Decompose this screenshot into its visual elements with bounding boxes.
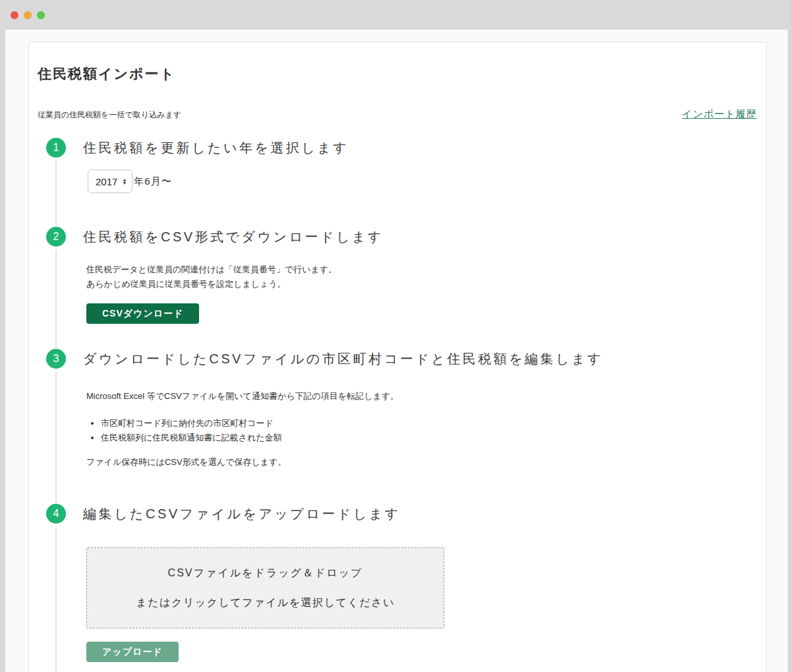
step-3-rail: 3 <box>46 349 66 504</box>
year-select-value: 2017 <box>96 176 117 187</box>
step-4-upload-csv: 4 編集したCSVファイルをアップロードします CSVファイルをドラッグ＆ドロッ… <box>38 504 759 672</box>
step-2-rail: 2 <box>46 227 66 349</box>
step-connector-line <box>55 372 57 504</box>
step-1-body: 住民税額を更新したい年を選択します 2017 ▲ ▼ 年6月〜 <box>83 138 759 227</box>
subhead-row: 従業員の住民税額を一括で取り込みます インポート履歴 <box>38 108 759 121</box>
select-stepper-icon: ▲ ▼ <box>122 178 127 185</box>
step-1-select-year: 1 住民税額を更新したい年を選択します 2017 ▲ ▼ 年6月〜 <box>38 138 759 227</box>
step-4-number-badge: 4 <box>46 504 66 524</box>
step-3-body: ダウンロードしたCSVファイルの市区町村コードと住民税額を編集します Micro… <box>83 349 759 504</box>
step-1-rail: 1 <box>46 138 66 227</box>
year-suffix-label: 年6月〜 <box>134 175 171 188</box>
step-3-heading: ダウンロードしたCSVファイルの市区町村コードと住民税額を編集します <box>83 351 759 366</box>
step-3-bullet-list: 市区町村コード列に納付先の市区町村コード 住民税額列に住民税額通知書に記載された… <box>86 416 759 445</box>
step-1-heading: 住民税額を更新したい年を選択します <box>83 140 759 155</box>
step-connector-line <box>55 250 57 349</box>
year-select[interactable]: 2017 ▲ ▼ <box>88 169 132 193</box>
csv-download-button[interactable]: CSVダウンロード <box>86 303 199 324</box>
step-2-heading: 住民税額をCSV形式でダウンロードします <box>83 229 759 244</box>
step-3-description: Microsoft Excel 等でCSVファイルを開いて通知書から下記の項目を… <box>86 390 759 403</box>
step-3-edit-csv: 3 ダウンロードしたCSVファイルの市区町村コードと住民税額を編集します Mic… <box>38 349 759 504</box>
bullet-item-tax-amount: 住民税額列に住民税額通知書に記載された金額 <box>101 431 759 445</box>
step-2-body: 住民税額をCSV形式でダウンロードします 住民税データと従業員の関連付けは「従業… <box>83 227 759 349</box>
step-3-save-note: ファイル保存時にはCSV形式を選んで保存します。 <box>86 456 759 469</box>
import-card: 住民税額インポート 従業員の住民税額を一括で取り込みます インポート履歴 1 住… <box>28 42 767 672</box>
step-4-body: 編集したCSVファイルをアップロードします CSVファイルをドラッグ＆ドロップ … <box>83 504 759 672</box>
import-history-link[interactable]: インポート履歴 <box>682 108 757 121</box>
step-4-heading: 編集したCSVファイルをアップロードします <box>83 506 759 521</box>
step-connector-line <box>55 527 57 672</box>
step-4-rail: 4 <box>46 504 66 672</box>
step-2-download-csv: 2 住民税額をCSV形式でダウンロードします 住民税データと従業員の関連付けは「… <box>38 227 759 349</box>
browser-viewport: 住民税額インポート 従業員の住民税額を一括で取り込みます インポート履歴 1 住… <box>5 30 788 672</box>
close-window-icon[interactable] <box>11 11 18 19</box>
year-select-row: 2017 ▲ ▼ 年6月〜 <box>88 169 759 193</box>
step-3-number-badge: 3 <box>46 349 66 369</box>
window-titlebar <box>0 0 791 30</box>
bullet-item-city-code: 市区町村コード列に納付先の市区町村コード <box>101 416 759 431</box>
minimize-window-icon[interactable] <box>24 11 32 19</box>
steps-container: 1 住民税額を更新したい年を選択します 2017 ▲ ▼ 年6月〜 <box>38 138 759 672</box>
upload-button[interactable]: アップロード <box>86 642 179 662</box>
step-connector-line <box>55 161 57 227</box>
step-2-number-badge: 2 <box>46 227 66 247</box>
dropzone-drag-label: CSVファイルをドラッグ＆ドロップ <box>168 566 363 580</box>
step-2-description-line2: あらかじめ従業員に従業員番号を設定しましょう。 <box>86 277 759 291</box>
dropzone-click-label: またはクリックしてファイルを選択してください <box>136 596 395 610</box>
step-2-description: 住民税データと従業員の関連付けは「従業員番号」で行います。 あらかじめ従業員に従… <box>86 262 759 291</box>
csv-dropzone[interactable]: CSVファイルをドラッグ＆ドロップ またはクリックしてファイルを選択してください <box>86 547 444 628</box>
step-2-description-line1: 住民税データと従業員の関連付けは「従業員番号」で行います。 <box>86 262 759 277</box>
page-title: 住民税額インポート <box>38 65 759 83</box>
page-subtitle: 従業員の住民税額を一括で取り込みます <box>38 109 181 121</box>
step-1-number-badge: 1 <box>46 138 66 158</box>
zoom-window-icon[interactable] <box>37 11 45 19</box>
